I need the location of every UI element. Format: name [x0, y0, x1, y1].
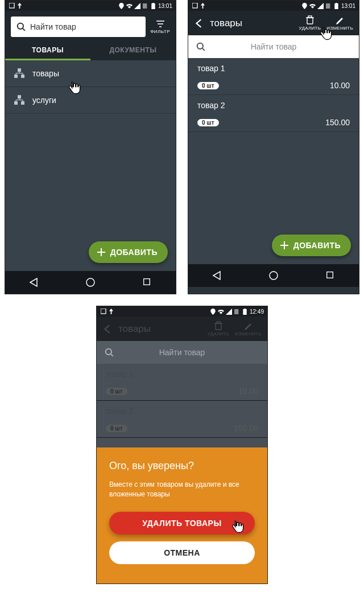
- search-icon: [16, 22, 26, 31]
- trash-icon: [214, 321, 223, 330]
- item-qty-badge: 0 шт: [106, 388, 127, 395]
- item-name: товар 2: [106, 406, 258, 416]
- cancel-label: ОТМЕНА: [164, 548, 200, 557]
- battery-icon: [242, 309, 248, 315]
- plus-icon: [97, 248, 106, 257]
- signal-icon: [317, 3, 324, 9]
- screen-delete-confirm: 12:49 товары УДАЛИТЬ ИЗМЕНИТЬ Найти това…: [96, 306, 268, 584]
- tabs: ТОВАРЫ ДОКУМЕНТЫ: [5, 40, 176, 60]
- sim-icon: [234, 309, 240, 315]
- signal-icon: [134, 3, 140, 9]
- delete-action-label: УДАЛИТЬ: [299, 26, 321, 31]
- category-row-services[interactable]: услуги: [5, 87, 176, 114]
- add-button-label: ДОБАВИТЬ: [110, 248, 158, 257]
- delete-action[interactable]: УДАЛИТЬ: [299, 15, 321, 31]
- wifi-icon: [218, 309, 224, 315]
- pencil-icon: [336, 15, 345, 24]
- item-qty-badge: 0 шт: [106, 425, 127, 432]
- clock: 12:49: [250, 309, 264, 315]
- search-icon: [105, 348, 114, 357]
- item-qty-badge: 0 шт: [197, 119, 219, 126]
- category-row-products[interactable]: товары: [5, 60, 176, 87]
- item-price: 150.00: [234, 424, 258, 433]
- search-input[interactable]: Найти товар: [11, 17, 146, 37]
- search-input[interactable]: Найти товар: [188, 35, 359, 58]
- item-price: 10.00: [330, 81, 350, 90]
- delete-action-label: УДАЛИТЬ: [207, 331, 229, 336]
- upload-icon: [200, 3, 206, 9]
- item-price: 150.00: [325, 118, 350, 127]
- list-item[interactable]: товар 1 0 шт 10.00: [188, 58, 359, 95]
- confirm-sheet: Ого, вы уверены? Вместе с этим товаром в…: [97, 447, 267, 584]
- confirm-delete-label: УДАЛИТЬ ТОВАРЫ: [142, 519, 221, 528]
- tab-documents[interactable]: ДОКУМЕНТЫ: [90, 40, 176, 60]
- search-placeholder: Найти товар: [159, 348, 205, 357]
- edit-action[interactable]: ИЗМЕНИТЬ: [235, 321, 262, 336]
- location-icon: [118, 3, 125, 9]
- tab-products[interactable]: ТОВАРЫ: [5, 40, 90, 60]
- items-list: товар 1 0 шт 10.00 товар 2 0 шт 150.00 О…: [97, 364, 267, 584]
- list-item[interactable]: товар 2 0 шт 150.00: [97, 401, 267, 438]
- back-button[interactable]: [102, 324, 113, 334]
- add-button[interactable]: ДОБАВИТЬ: [89, 241, 168, 263]
- pencil-icon: [244, 321, 253, 330]
- nav-recent[interactable]: [142, 277, 152, 287]
- nav-back[interactable]: [212, 270, 222, 281]
- screenshot-icon: [9, 3, 15, 9]
- items-list: товар 1 0 шт 10.00 товар 2 0 шт 150.00 Д…: [188, 58, 359, 264]
- add-button-label: ДОБАВИТЬ: [293, 241, 341, 250]
- screen-product-list: 13:01 товары УДАЛИТЬ ИЗМЕНИТЬ Найти това…: [188, 0, 359, 294]
- list-item[interactable]: товар 2 0 шт 150.00: [188, 95, 359, 132]
- battery-icon: [333, 3, 340, 9]
- sim-icon: [142, 3, 148, 9]
- item-name: товар 1: [106, 369, 258, 379]
- category-list: товары услуги ДОБАВИТЬ: [5, 60, 176, 271]
- signal-icon: [226, 309, 232, 315]
- filter-icon: [155, 20, 166, 28]
- item-qty-badge: 0 шт: [197, 82, 219, 89]
- wifi-icon: [309, 3, 316, 9]
- plus-icon: [280, 241, 289, 250]
- svg-rect-24: [143, 3, 147, 9]
- android-navbar: [188, 264, 359, 287]
- screenshot-icon: [100, 309, 106, 315]
- add-button[interactable]: ДОБАВИТЬ: [272, 235, 351, 256]
- back-button[interactable]: [194, 18, 204, 28]
- nav-home[interactable]: [268, 270, 279, 281]
- list-item[interactable]: товар 1 0 шт 10.00: [97, 364, 267, 401]
- category-label: услуги: [32, 96, 56, 105]
- trash-icon: [305, 15, 315, 24]
- cancel-button[interactable]: ОТМЕНА: [109, 541, 255, 564]
- android-navbar: [5, 271, 176, 294]
- search-icon: [196, 42, 205, 51]
- screen-title: товары: [210, 18, 293, 29]
- confirm-delete-button[interactable]: УДАЛИТЬ ТОВАРЫ: [109, 512, 255, 535]
- screen-title: товары: [118, 323, 201, 335]
- category-label: товары: [32, 69, 59, 78]
- nav-home[interactable]: [85, 277, 96, 287]
- battery-icon: [150, 3, 156, 9]
- nav-back[interactable]: [28, 277, 39, 287]
- svg-rect-26: [234, 309, 238, 314]
- category-icon: [14, 68, 24, 79]
- svg-rect-25: [326, 3, 330, 9]
- screenshot-icon: [192, 3, 198, 9]
- dialog-body: Вместе с этим товаром вы удалите и все в…: [109, 480, 255, 499]
- edit-action[interactable]: ИЗМЕНИТЬ: [326, 15, 353, 31]
- clock: 13:01: [158, 3, 172, 9]
- search-placeholder: Найти товар: [251, 42, 297, 51]
- status-bar: 13:01: [188, 1, 359, 11]
- edit-action-label: ИЗМЕНИТЬ: [326, 26, 353, 31]
- filter-button[interactable]: ФИЛЬТР: [150, 20, 170, 34]
- delete-action[interactable]: УДАЛИТЬ: [207, 321, 229, 336]
- search-input[interactable]: Найти товар: [97, 341, 267, 364]
- upload-icon: [108, 309, 114, 315]
- nav-recent[interactable]: [325, 270, 336, 281]
- edit-action-label: ИЗМЕНИТЬ: [235, 331, 262, 336]
- location-icon: [301, 3, 308, 9]
- cursor-hand-icon: [230, 520, 245, 537]
- screen-categories: 13:01 Найти товар ФИЛЬТР ТОВАРЫ ДОКУМЕНТ…: [5, 0, 176, 294]
- wifi-icon: [126, 3, 133, 9]
- location-icon: [210, 309, 216, 315]
- upload-icon: [16, 3, 23, 9]
